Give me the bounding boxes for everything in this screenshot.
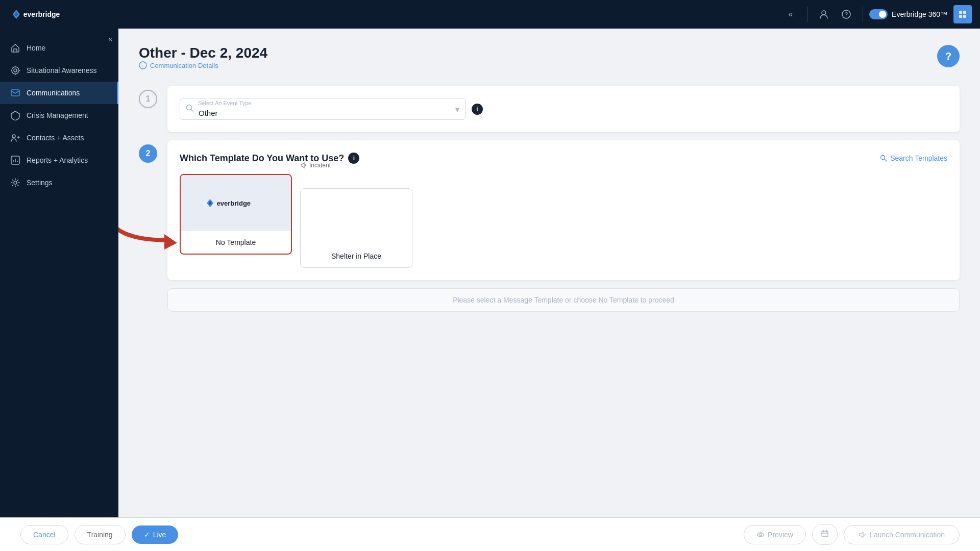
shelter-in-place-label: Shelter in Place xyxy=(301,245,412,267)
everbridge-360-toggle[interactable]: Everbridge 360™ xyxy=(869,9,947,19)
templates-grid: everbridge No Template xyxy=(180,174,947,268)
svg-point-29 xyxy=(757,533,764,537)
svg-rect-5 xyxy=(963,11,966,14)
everbridge-360-label: Everbridge 360™ xyxy=(892,10,947,18)
page-help-button[interactable]: ? xyxy=(937,45,960,67)
main-layout: « Home Situational Awareness xyxy=(0,29,980,517)
content-area: Other - Dec 2, 2024 i Communication Deta… xyxy=(118,29,980,517)
live-label: Live xyxy=(153,531,166,539)
training-button[interactable]: Training xyxy=(75,525,126,544)
svg-text:everbridge: everbridge xyxy=(23,10,60,18)
topnav-right: « ? Everbridge 360™ xyxy=(780,4,972,24)
page-title-area: Other - Dec 2, 2024 i Communication Deta… xyxy=(139,45,267,82)
svg-rect-6 xyxy=(959,15,962,18)
svg-point-30 xyxy=(760,534,762,536)
incident-tag: Incident xyxy=(300,162,331,169)
svg-marker-27 xyxy=(164,234,177,249)
topnav: everbridge « ? Everbridge 360™ xyxy=(0,0,980,29)
incident-tag-label: Incident xyxy=(309,162,331,169)
launch-communication-button[interactable]: Launch Communication xyxy=(844,525,960,544)
shelter-in-place-content xyxy=(301,189,412,245)
sidebar-label-reports-analytics: Reports + Analytics xyxy=(27,156,88,164)
event-type-selector: Select An Event Type Other ▾ i xyxy=(180,98,947,120)
sidebar-item-communications[interactable]: Communications xyxy=(0,82,118,104)
check-icon: ✓ xyxy=(144,531,150,539)
step2-section: 2 Which Template Do You Want to Use? i S… xyxy=(139,140,960,280)
user-profile-button[interactable] xyxy=(814,4,834,24)
sidebar-item-home[interactable]: Home xyxy=(0,37,118,59)
page-title: Other - Dec 2, 2024 xyxy=(139,45,267,61)
search-templates-icon xyxy=(880,155,887,162)
bottom-bar: Cancel Training ✓ Live Preview Launch Co… xyxy=(0,517,980,551)
sidebar-item-crisis-management[interactable]: Crisis Management xyxy=(0,104,118,127)
sidebar-item-settings[interactable]: Settings xyxy=(0,171,118,194)
svg-point-9 xyxy=(14,69,17,72)
svg-text:?: ? xyxy=(845,11,848,17)
svg-point-20 xyxy=(14,181,17,184)
event-type-info-icon[interactable]: i xyxy=(472,104,483,115)
everbridge-logo-icon: everbridge xyxy=(8,6,80,22)
sidebar-nav: Home Situational Awareness xyxy=(0,29,118,517)
schedule-button[interactable] xyxy=(812,524,838,545)
hint-text: Please select a Message Template or choo… xyxy=(453,296,674,304)
search-svg-icon xyxy=(186,104,194,112)
user-icon xyxy=(819,9,829,19)
shelter-in-place-card[interactable]: Shelter in Place xyxy=(300,188,412,268)
template-section-title: Which Template Do You Want to Use? i xyxy=(180,153,359,164)
select-label: Select An Event Type xyxy=(198,100,251,106)
everbridge-card-logo-icon: everbridge xyxy=(203,193,269,213)
bottom-hint-wrapper: Please select a Message Template or choo… xyxy=(167,288,960,312)
live-button[interactable]: ✓ Live xyxy=(132,525,179,544)
svg-rect-4 xyxy=(959,11,962,14)
step2-card: Which Template Do You Want to Use? i Sea… xyxy=(167,140,960,280)
svg-text:everbridge: everbridge xyxy=(217,199,251,207)
step1-circle: 1 xyxy=(139,90,157,108)
svg-text:i: i xyxy=(142,63,143,68)
preview-label: Preview xyxy=(768,531,793,539)
crisis-management-icon xyxy=(10,110,20,120)
sidebar: « Home Situational Awareness xyxy=(0,29,118,517)
template-info-icon[interactable]: i xyxy=(348,153,359,164)
sidebar-label-communications: Communications xyxy=(27,89,80,97)
svg-point-1 xyxy=(822,11,826,15)
svg-point-8 xyxy=(12,67,19,74)
home-icon xyxy=(10,43,20,53)
eye-icon xyxy=(756,531,765,539)
cancel-button[interactable]: Cancel xyxy=(20,525,68,544)
topnav-divider2 xyxy=(863,7,863,22)
svg-point-21 xyxy=(139,62,146,69)
sidebar-label-situational-awareness: Situational Awareness xyxy=(27,66,97,74)
app-grid-icon[interactable] xyxy=(953,5,972,23)
collapse-nav-button[interactable]: « xyxy=(780,4,801,24)
step1-card: Select An Event Type Other ▾ i xyxy=(167,86,960,132)
select-wrapper: Select An Event Type Other ▾ xyxy=(180,98,465,120)
page-header: Other - Dec 2, 2024 i Communication Deta… xyxy=(139,45,960,82)
svg-rect-7 xyxy=(963,15,966,18)
no-template-wrapper: everbridge No Template xyxy=(180,174,292,268)
communication-details-link[interactable]: i Communication Details xyxy=(139,61,267,69)
sidebar-item-situational-awareness[interactable]: Situational Awareness xyxy=(0,59,118,82)
launch-label: Launch Communication xyxy=(870,531,945,539)
svg-line-24 xyxy=(191,109,193,111)
svg-rect-14 xyxy=(11,90,19,96)
no-template-label: No Template xyxy=(181,231,291,254)
communications-icon xyxy=(10,88,20,98)
search-icon xyxy=(186,104,194,114)
help-button[interactable]: ? xyxy=(836,4,856,24)
question-icon: ? xyxy=(841,9,851,19)
topnav-logo: everbridge xyxy=(8,6,80,22)
search-templates-button[interactable]: Search Templates xyxy=(880,154,947,162)
preview-button[interactable]: Preview xyxy=(744,525,806,544)
sidebar-item-reports-analytics[interactable]: Reports + Analytics xyxy=(0,149,118,171)
sidebar-item-contacts-assets[interactable]: Contacts + Assets xyxy=(0,127,118,149)
situational-awareness-icon xyxy=(10,65,20,76)
calendar-icon xyxy=(821,530,829,538)
no-template-card[interactable]: everbridge No Template xyxy=(180,174,292,255)
svg-point-25 xyxy=(881,156,885,160)
template-header: Which Template Do You Want to Use? i Sea… xyxy=(180,153,947,164)
svg-line-26 xyxy=(885,159,887,161)
step1-section: 1 Select An Event Type Other xyxy=(139,86,960,132)
toggle-switch[interactable] xyxy=(869,9,888,19)
sidebar-label-settings: Settings xyxy=(27,179,53,187)
sidebar-label-home: Home xyxy=(27,44,45,52)
